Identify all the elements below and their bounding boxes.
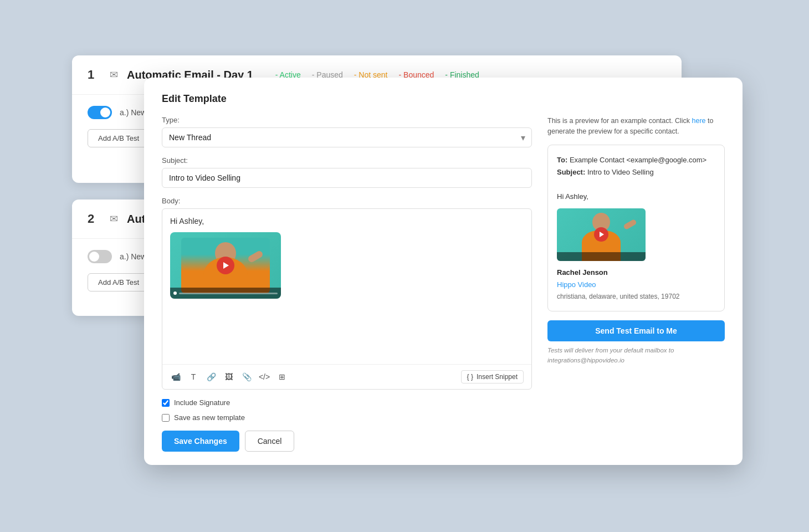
- preview-subject-value: Intro to Video Selling: [587, 168, 654, 176]
- editor-content[interactable]: Hi Ashley,: [162, 209, 531, 364]
- thread-toggle-1[interactable]: [88, 106, 112, 119]
- subject-label: Subject:: [162, 156, 532, 165]
- include-signature-row: Include Signature: [162, 398, 532, 407]
- modal-layout: Type: New Thread Reply Forward Subject: …: [162, 116, 725, 452]
- signature-address: christiana, delaware, united states, 197…: [557, 291, 715, 302]
- preview-greeting: Hi Ashley,: [557, 191, 715, 203]
- preview-play-btn[interactable]: [594, 227, 608, 242]
- editor-toolbar: 📹 T 🔗 🖼 📎 </> ⊞ { } Insert Snippet: [162, 364, 531, 389]
- table-icon[interactable]: ⊞: [277, 371, 288, 382]
- person-arm: [247, 250, 264, 263]
- type-select-wrapper: New Thread Reply Forward: [162, 127, 532, 147]
- preview-link[interactable]: here: [692, 117, 706, 125]
- thread-toggle-2[interactable]: [88, 250, 112, 263]
- video-bar: [170, 288, 281, 299]
- snippet-icon: { }: [467, 373, 473, 381]
- image-icon[interactable]: 🖼: [223, 371, 234, 382]
- add-ab-test-btn-1[interactable]: Add A/B Test: [88, 129, 150, 147]
- include-signature-checkbox[interactable]: [162, 399, 170, 407]
- preview-video-bar: [557, 252, 646, 261]
- preview-note: This is a preview for an example contact…: [547, 116, 725, 137]
- edit-template-modal: Edit Template Type: New Thread Reply For…: [144, 78, 743, 465]
- video-thumbnail[interactable]: [170, 232, 281, 299]
- play-button[interactable]: [217, 257, 234, 274]
- mail-icon: ✉: [110, 69, 118, 81]
- cancel-button[interactable]: Cancel: [245, 431, 295, 452]
- link-icon[interactable]: 🔗: [206, 371, 217, 382]
- preview-panel: This is a preview for an example contact…: [547, 116, 725, 452]
- preview-video-thumb[interactable]: [557, 208, 646, 261]
- editor-greeting: Hi Ashley,: [170, 217, 524, 226]
- preview-to-label: To:: [557, 156, 567, 164]
- include-signature-label: Include Signature: [174, 398, 230, 407]
- preview-person-arm: [623, 219, 637, 231]
- preview-to-value: Example Contact <example@google.com>: [570, 156, 706, 164]
- video-icon[interactable]: 📹: [170, 371, 181, 382]
- save-template-row: Save as new template: [162, 413, 532, 422]
- text-icon[interactable]: T: [188, 371, 199, 382]
- save-template-checkbox[interactable]: [162, 414, 170, 422]
- preview-to: To: Example Contact <example@google.com>: [557, 154, 715, 166]
- card2-number: 2: [88, 212, 101, 226]
- body-label: Body:: [162, 197, 532, 205]
- video-dot: [173, 291, 177, 295]
- modal-actions: Save Changes Cancel: [162, 431, 532, 452]
- body-editor: Hi Ashley,: [162, 208, 532, 390]
- modal-title: Edit Template: [162, 93, 725, 105]
- type-select[interactable]: New Thread Reply Forward: [162, 127, 532, 147]
- type-label: Type:: [162, 116, 532, 124]
- modal-form: Type: New Thread Reply Forward Subject: …: [162, 116, 532, 452]
- video-progress: [179, 293, 278, 294]
- subject-group: Subject:: [162, 156, 532, 188]
- signature-company: Hippo Video: [557, 279, 715, 291]
- code-icon[interactable]: </>: [259, 371, 270, 382]
- preview-subject: Subject: Intro to Video Selling: [557, 166, 715, 178]
- save-template-label: Save as new template: [174, 413, 245, 422]
- preview-play-icon: [600, 232, 604, 237]
- insert-snippet-btn[interactable]: { } Insert Snippet: [461, 370, 524, 383]
- preview-subject-label: Subject:: [557, 168, 585, 176]
- body-group: Body: Hi Ashley,: [162, 197, 532, 390]
- play-icon: [223, 262, 229, 269]
- save-changes-button[interactable]: Save Changes: [162, 431, 239, 452]
- type-group: Type: New Thread Reply Forward: [162, 116, 532, 147]
- snippet-label: Insert Snippet: [477, 373, 518, 381]
- card1-number: 1: [88, 68, 101, 82]
- mail-icon-2: ✉: [110, 213, 118, 225]
- attach-icon[interactable]: 📎: [241, 371, 252, 382]
- preview-email-card: To: Example Contact <example@google.com>…: [547, 145, 725, 312]
- preview-note-text: This is a preview for an example contact…: [547, 117, 690, 125]
- add-ab-test-btn-2[interactable]: Add A/B Test: [88, 273, 150, 291]
- signature-name: Rachel Jenson: [557, 267, 715, 279]
- send-test-btn[interactable]: Send Test Email to Me: [547, 320, 725, 341]
- subject-input[interactable]: [162, 168, 532, 188]
- test-note: Tests will deliver from your default mai…: [547, 346, 725, 365]
